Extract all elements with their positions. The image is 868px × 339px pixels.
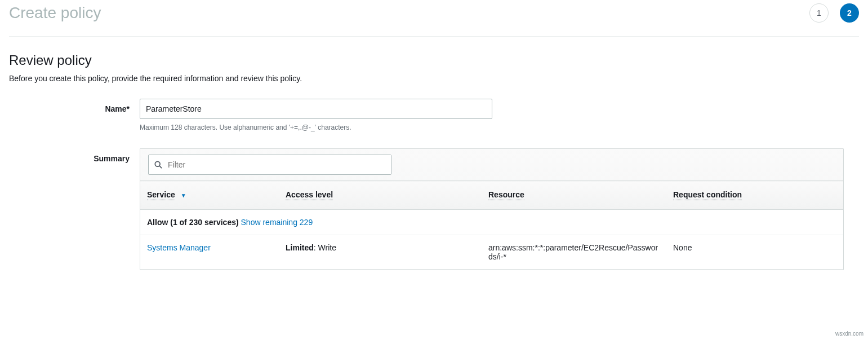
access-level-prefix: Limited xyxy=(286,243,314,252)
wizard-steps: 1 2 xyxy=(809,3,859,23)
page-title: Create policy xyxy=(9,4,101,22)
show-remaining-link[interactable]: Show remaining 229 xyxy=(241,218,313,227)
summary-label: Summary xyxy=(9,148,140,163)
step-2[interactable]: 2 xyxy=(840,3,859,23)
column-access-level[interactable]: Access level xyxy=(279,181,482,210)
table-row: Systems Manager Limited: Write arn:aws:s… xyxy=(140,235,843,270)
review-description: Before you create this policy, provide t… xyxy=(9,74,859,83)
summary-table: Service ▼ Access level Resource Request … xyxy=(140,180,843,270)
svg-line-1 xyxy=(159,166,162,168)
column-resource[interactable]: Resource xyxy=(482,181,666,210)
filter-input[interactable] xyxy=(166,155,391,174)
column-request-condition[interactable]: Request condition xyxy=(666,181,843,210)
summary-panel: Service ▼ Access level Resource Request … xyxy=(140,148,844,270)
sort-caret-down-icon: ▼ xyxy=(181,192,186,199)
search-icon xyxy=(149,161,166,169)
filter-wrapper[interactable] xyxy=(148,155,391,175)
resource-arn: arn:aws:ssm:*:*:parameter/EC2Rescue/Pass… xyxy=(488,243,658,261)
service-link[interactable]: Systems Manager xyxy=(147,243,211,252)
name-label: Name* xyxy=(9,99,140,113)
column-service[interactable]: Service ▼ xyxy=(140,181,279,210)
access-level-suffix: : Write xyxy=(314,243,336,252)
step-1[interactable]: 1 xyxy=(809,3,829,23)
name-input[interactable] xyxy=(140,99,492,119)
review-title: Review policy xyxy=(9,52,859,68)
request-condition: None xyxy=(673,243,692,252)
allow-count: Allow (1 of 230 services) xyxy=(147,218,239,227)
name-hint: Maximum 128 characters. Use alphanumeric… xyxy=(140,124,844,131)
svg-point-0 xyxy=(155,161,160,166)
allow-summary-row: Allow (1 of 230 services) Show remaining… xyxy=(140,210,843,235)
